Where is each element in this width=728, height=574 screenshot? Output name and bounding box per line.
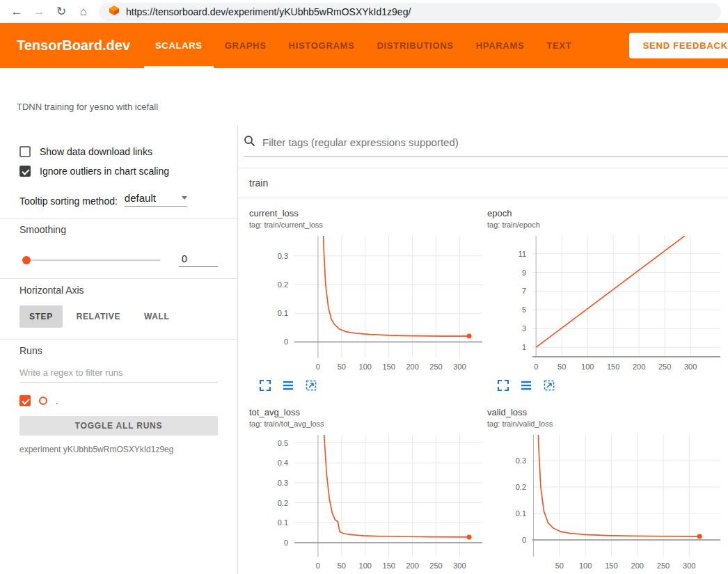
back-icon[interactable]: ←: [6, 5, 28, 19]
experiment-title: TDNN training for yesno with icefall: [17, 102, 158, 112]
line-chart-valid-loss[interactable]: 00.10.20.350100150200250300: [487, 435, 722, 573]
svg-text:150: 150: [383, 362, 395, 371]
svg-text:0: 0: [522, 536, 526, 544]
tab-graphs[interactable]: GRAPHS: [214, 23, 278, 68]
toggle-all-runs-button[interactable]: TOGGLE ALL RUNS: [19, 416, 218, 436]
svg-text:0.1: 0.1: [278, 518, 288, 527]
svg-text:300: 300: [684, 362, 697, 371]
chart-actions: [497, 379, 722, 392]
run-checkbox[interactable]: [19, 395, 31, 406]
chart-tag: tag: train/valid_loss: [487, 420, 722, 428]
search-icon: [244, 135, 255, 150]
svg-text:50: 50: [338, 362, 346, 371]
svg-text:100: 100: [581, 362, 594, 371]
svg-text:300: 300: [683, 561, 695, 570]
chart-tag: tag: train/current_loss: [249, 221, 484, 229]
line-chart-tot-avg-loss[interactable]: 00.10.20.30.40.5050100150200250300: [249, 435, 484, 573]
svg-text:150: 150: [607, 362, 619, 371]
svg-text:0.5: 0.5: [278, 439, 288, 447]
ignore-outliers-label: Ignore outliers in chart scaling: [40, 166, 169, 177]
run-selector-icon[interactable]: [282, 379, 294, 392]
smoothing-slider[interactable]: [24, 260, 160, 261]
url-text[interactable]: https://tensorboard.dev/experiment/yKUbh…: [126, 6, 411, 17]
svg-text:1: 1: [522, 343, 526, 351]
tooltip-sorting-label: Tooltip sorting method:: [19, 196, 118, 207]
chart-title: epoch: [487, 208, 722, 218]
svg-text:200: 200: [633, 362, 645, 371]
run-color-icon: [39, 397, 47, 405]
charts-grid: current_loss tag: train/current_loss 00.…: [238, 198, 728, 574]
tab-histograms[interactable]: HISTOGRAMS: [278, 23, 366, 68]
svg-text:3: 3: [522, 324, 526, 333]
run-selector-icon[interactable]: [520, 379, 532, 392]
runs-filter-input[interactable]: [19, 367, 218, 383]
show-download-links-row: Show data download links: [19, 146, 218, 157]
svg-text:0.3: 0.3: [278, 252, 288, 260]
chart-card-current-loss: current_loss tag: train/current_loss 00.…: [249, 208, 484, 392]
svg-text:0.2: 0.2: [278, 280, 288, 289]
svg-text:5: 5: [522, 305, 526, 314]
settings-sidebar: Show data download links Ignore outliers…: [0, 125, 238, 574]
chevron-down-icon: [182, 196, 187, 200]
home-icon[interactable]: ⌂: [72, 5, 95, 19]
reload-icon[interactable]: ↻: [50, 4, 72, 19]
tooltip-sorting-select[interactable]: default: [125, 192, 187, 207]
svg-text:250: 250: [658, 362, 671, 371]
tag-filter-row: [244, 135, 728, 157]
run-row: .: [19, 395, 218, 406]
svg-text:0.3: 0.3: [516, 456, 526, 465]
tag-filter-input[interactable]: [262, 136, 728, 148]
axis-relative-button[interactable]: RELATIVE: [67, 305, 130, 328]
svg-text:100: 100: [359, 362, 372, 371]
address-bar[interactable]: https://tensorboard.dev/experiment/yKUbh…: [99, 3, 721, 21]
svg-text:0.4: 0.4: [278, 459, 288, 467]
smoothing-label: Smoothing: [19, 224, 218, 235]
svg-text:300: 300: [453, 561, 466, 570]
tab-text[interactable]: TEXT: [535, 23, 583, 68]
chart-card-epoch: epoch tag: train/epoch 13579110501001502…: [487, 208, 722, 392]
smoothing-slider-thumb[interactable]: [22, 256, 31, 264]
svg-text:7: 7: [522, 287, 526, 295]
show-download-links-checkbox[interactable]: [19, 146, 31, 157]
svg-text:250: 250: [657, 561, 670, 570]
svg-text:150: 150: [605, 561, 617, 570]
svg-text:0: 0: [284, 539, 288, 547]
svg-text:0.2: 0.2: [516, 483, 526, 491]
chart-title: tot_avg_loss: [249, 407, 484, 417]
expand-chart-icon[interactable]: [497, 379, 509, 392]
ignore-outliers-checkbox[interactable]: [19, 166, 31, 177]
chart-card-tot-avg-loss: tot_avg_loss tag: train/tot_avg_loss 00.…: [249, 407, 484, 574]
fit-domain-icon[interactable]: [543, 379, 555, 392]
svg-text:11: 11: [519, 250, 526, 258]
tab-distributions[interactable]: DISTRIBUTIONS: [365, 23, 464, 68]
tab-hparams[interactable]: HPARAMS: [465, 23, 536, 68]
svg-text:300: 300: [453, 362, 466, 371]
smoothing-value[interactable]: 0: [179, 253, 218, 267]
scalars-dashboard: train current_loss tag: train/current_lo…: [238, 125, 728, 574]
axis-wall-button[interactable]: WALL: [134, 305, 179, 328]
train-group-card: train current_loss tag: train/current_lo…: [238, 168, 728, 574]
send-feedback-button[interactable]: SEND FEEDBACK: [629, 33, 728, 58]
expand-chart-icon[interactable]: [259, 379, 271, 392]
experiment-header: TDNN training for yesno with icefall: [0, 68, 728, 125]
tensorboard-logo: TensorBoard.dev: [17, 38, 130, 54]
tooltip-sorting-value: default: [125, 192, 156, 204]
svg-text:9: 9: [522, 269, 526, 277]
line-chart-epoch[interactable]: 1357911050100150200250300: [487, 236, 722, 374]
tab-scalars[interactable]: SCALARS: [144, 23, 214, 68]
forward-icon[interactable]: →: [28, 5, 50, 19]
main-nav: SCALARS GRAPHS HISTOGRAMS DISTRIBUTIONS …: [144, 23, 583, 68]
chart-tag: tag: train/tot_avg_loss: [249, 420, 484, 428]
svg-text:0: 0: [316, 561, 320, 570]
svg-text:0: 0: [534, 362, 538, 371]
svg-text:0.2: 0.2: [278, 499, 288, 507]
ignore-outliers-row: Ignore outliers in chart scaling: [19, 166, 218, 177]
svg-text:150: 150: [383, 561, 395, 570]
svg-text:100: 100: [359, 561, 372, 570]
tensorboard-favicon: [109, 5, 120, 19]
train-group-header[interactable]: train: [238, 168, 728, 198]
svg-text:0.1: 0.1: [278, 309, 288, 317]
axis-step-button[interactable]: STEP: [19, 305, 63, 328]
line-chart-current-loss[interactable]: 00.10.20.3050100150200250300: [249, 236, 484, 374]
fit-domain-icon[interactable]: [305, 379, 317, 392]
